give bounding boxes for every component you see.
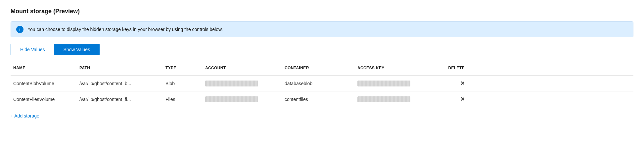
cell-account-0: [203, 76, 282, 91]
show-values-button[interactable]: Show Values: [54, 44, 99, 55]
info-banner-text: You can choose to display the hidden sto…: [27, 27, 223, 32]
cell-type-0: Blob: [163, 76, 203, 91]
hide-values-button[interactable]: Hide Values: [11, 44, 54, 55]
masked-access-key-0: [357, 81, 410, 86]
masked-access-key-1: [357, 96, 410, 102]
page-title: Mount storage (Preview): [11, 8, 633, 15]
cell-type-1: Files: [163, 92, 203, 107]
col-header-account: ACCOUNT: [203, 63, 282, 73]
table-row: ContentBlobVolume /var/lib/ghost/content…: [11, 76, 633, 91]
add-storage-link[interactable]: + Add storage: [11, 113, 39, 118]
cell-delete-0[interactable]: ✕: [441, 76, 467, 91]
col-header-container: CONTAINER: [282, 63, 355, 73]
cell-container-0: databaseblob: [282, 76, 355, 91]
storage-table: NAME PATH TYPE ACCOUNT CONTAINER ACCESS …: [11, 63, 633, 107]
col-header-path: PATH: [77, 63, 163, 73]
cell-delete-1[interactable]: ✕: [441, 91, 467, 107]
table-row: ContentFilesVolume /var/lib/ghost/conten…: [11, 91, 633, 107]
cell-access-key-1: [355, 91, 441, 107]
cell-container-1: contentfiles: [282, 92, 355, 107]
delete-icon-1[interactable]: ✕: [460, 96, 465, 102]
table-header: NAME PATH TYPE ACCOUNT CONTAINER ACCESS …: [11, 63, 633, 76]
delete-icon-0[interactable]: ✕: [460, 81, 465, 86]
col-header-name: NAME: [11, 63, 77, 73]
cell-path-0: /var/lib/ghost/content_b...: [77, 76, 163, 91]
cell-path-1: /var/lib/ghost/content_fi...: [77, 92, 163, 107]
col-header-type: TYPE: [163, 63, 203, 73]
masked-account-1: [205, 96, 258, 102]
col-header-access-key: ACCESS KEY: [355, 63, 441, 73]
info-icon: i: [16, 26, 23, 33]
cell-name-0: ContentBlobVolume: [11, 76, 77, 91]
cell-account-1: [203, 91, 282, 107]
col-header-delete: DELETE: [441, 63, 467, 73]
toggle-button-group: Hide Values Show Values: [11, 44, 100, 55]
cell-name-1: ContentFilesVolume: [11, 92, 77, 107]
cell-access-key-0: [355, 76, 441, 91]
info-banner: i You can choose to display the hidden s…: [11, 21, 633, 37]
masked-account-0: [205, 81, 258, 86]
